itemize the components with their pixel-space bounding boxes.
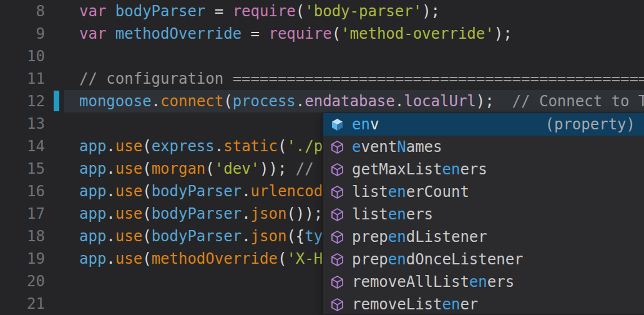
line-number: 19 xyxy=(0,248,64,270)
symbol-method-icon xyxy=(329,297,345,312)
line-number: 18 xyxy=(0,225,64,248)
suggest-item[interactable]: prependOnceListener xyxy=(323,248,644,271)
suggest-list: env(property)eventNamesgetMaxListenersli… xyxy=(323,113,644,315)
suggest-item-detail: (property) xyxy=(545,116,636,133)
suggest-item[interactable]: eventNames xyxy=(323,136,644,158)
suggest-item[interactable]: prependListener xyxy=(323,226,644,248)
symbol-method-icon xyxy=(329,274,345,290)
line-number: 21 xyxy=(0,292,64,315)
code-text[interactable]: var bodyParser = require('body-parser'); xyxy=(64,0,644,22)
suggest-item-label: removeAllListeners xyxy=(352,273,514,291)
code-text[interactable]: // configuration =======================… xyxy=(64,68,644,90)
line-number: 20 xyxy=(0,270,64,292)
line-number: 11 xyxy=(0,68,64,90)
line-number: 14 xyxy=(0,135,64,158)
line-number: 13 xyxy=(0,112,64,135)
intellisense-suggest-widget: env(property)eventNamesgetMaxListenersli… xyxy=(323,112,644,315)
code-line[interactable]: 11// configuration =====================… xyxy=(0,68,644,90)
suggest-item[interactable]: listeners xyxy=(323,203,644,226)
symbol-method-icon xyxy=(329,162,345,178)
line-number: 17 xyxy=(0,202,64,225)
suggest-item-label: env xyxy=(352,116,379,133)
suggest-item-label: listenerCount xyxy=(352,183,469,201)
suggest-item[interactable]: env(property) xyxy=(323,113,644,136)
code-text[interactable] xyxy=(64,45,644,68)
suggest-item[interactable]: getMaxListeners xyxy=(323,158,644,181)
suggest-item[interactable]: removeAllListeners xyxy=(323,271,644,293)
line-number: 8 xyxy=(0,0,64,22)
code-line[interactable]: 10 xyxy=(0,45,644,68)
suggest-item-label: getMaxListeners xyxy=(352,161,487,178)
symbol-property-icon xyxy=(329,117,345,132)
suggest-item-label: prependOnceListener xyxy=(352,251,524,268)
line-number: 10 xyxy=(0,45,64,68)
symbol-method-icon xyxy=(329,207,345,222)
suggest-item-label: eventNames xyxy=(352,138,442,156)
suggest-item[interactable]: listenerCount xyxy=(323,181,644,203)
code-line[interactable]: 9var methodOverride = require('method-ov… xyxy=(0,22,644,45)
symbol-method-icon xyxy=(329,139,345,155)
suggest-item-label: removeListener xyxy=(352,296,478,313)
line-number: 16 xyxy=(0,180,64,202)
symbol-method-icon xyxy=(329,252,345,268)
suggest-item[interactable]: removeListener xyxy=(323,293,644,315)
line-number: 15 xyxy=(0,158,64,180)
code-text[interactable]: mongoose.connect(process.endatabase.loca… xyxy=(64,90,644,112)
code-text[interactable]: var methodOverride = require('method-ove… xyxy=(64,22,644,45)
symbol-method-icon xyxy=(329,229,345,245)
symbol-method-icon xyxy=(329,184,345,200)
code-line[interactable]: 12mongoose.connect(process.endatabase.lo… xyxy=(0,90,644,112)
suggest-item-label: prependListener xyxy=(352,228,487,246)
code-editor[interactable]: 8var bodyParser = require('body-parser')… xyxy=(0,0,644,315)
suggest-item-label: listeners xyxy=(352,206,433,223)
gutter-modified-indicator xyxy=(54,91,59,111)
line-number: 9 xyxy=(0,22,64,45)
code-line[interactable]: 8var bodyParser = require('body-parser')… xyxy=(0,0,644,22)
